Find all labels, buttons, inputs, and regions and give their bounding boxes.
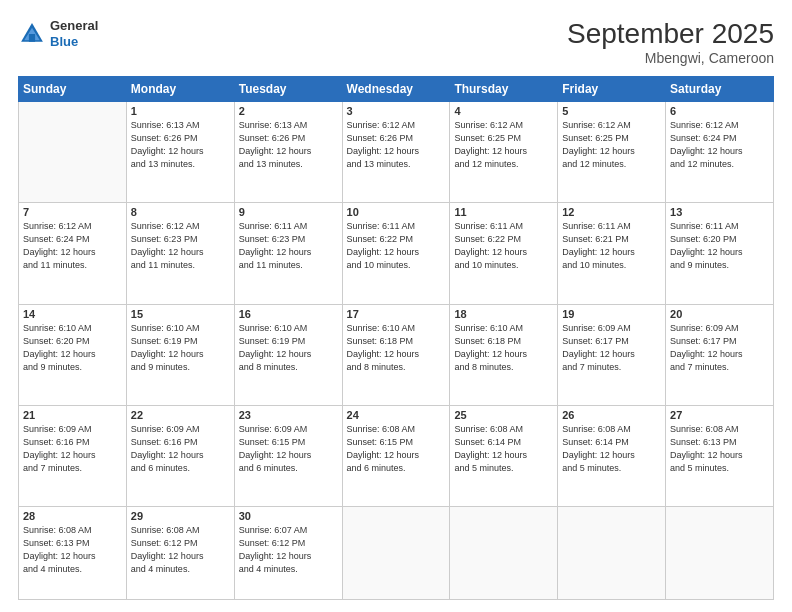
day-number: 15 [131,308,230,320]
calendar-cell: 11Sunrise: 6:11 AM Sunset: 6:22 PM Dayli… [450,203,558,304]
day-info: Sunrise: 6:10 AM Sunset: 6:19 PM Dayligh… [131,322,230,374]
calendar-cell: 10Sunrise: 6:11 AM Sunset: 6:22 PM Dayli… [342,203,450,304]
day-number: 23 [239,409,338,421]
calendar-cell: 16Sunrise: 6:10 AM Sunset: 6:19 PM Dayli… [234,304,342,405]
day-info: Sunrise: 6:13 AM Sunset: 6:26 PM Dayligh… [131,119,230,171]
calendar-cell: 30Sunrise: 6:07 AM Sunset: 6:12 PM Dayli… [234,507,342,600]
calendar-cell: 22Sunrise: 6:09 AM Sunset: 6:16 PM Dayli… [126,405,234,506]
day-number: 4 [454,105,553,117]
calendar-cell: 2Sunrise: 6:13 AM Sunset: 6:26 PM Daylig… [234,102,342,203]
day-info: Sunrise: 6:08 AM Sunset: 6:14 PM Dayligh… [454,423,553,475]
calendar-cell: 8Sunrise: 6:12 AM Sunset: 6:23 PM Daylig… [126,203,234,304]
day-number: 2 [239,105,338,117]
calendar-cell: 7Sunrise: 6:12 AM Sunset: 6:24 PM Daylig… [19,203,127,304]
calendar-day-header: Sunday [19,77,127,102]
day-number: 27 [670,409,769,421]
calendar-cell: 19Sunrise: 6:09 AM Sunset: 6:17 PM Dayli… [558,304,666,405]
day-number: 14 [23,308,122,320]
calendar-week-row: 7Sunrise: 6:12 AM Sunset: 6:24 PM Daylig… [19,203,774,304]
logo-icon [18,20,46,48]
day-info: Sunrise: 6:10 AM Sunset: 6:19 PM Dayligh… [239,322,338,374]
day-info: Sunrise: 6:09 AM Sunset: 6:17 PM Dayligh… [562,322,661,374]
calendar-cell: 21Sunrise: 6:09 AM Sunset: 6:16 PM Dayli… [19,405,127,506]
day-info: Sunrise: 6:10 AM Sunset: 6:20 PM Dayligh… [23,322,122,374]
calendar-cell: 29Sunrise: 6:08 AM Sunset: 6:12 PM Dayli… [126,507,234,600]
calendar-day-header: Wednesday [342,77,450,102]
day-info: Sunrise: 6:07 AM Sunset: 6:12 PM Dayligh… [239,524,338,576]
day-info: Sunrise: 6:08 AM Sunset: 6:14 PM Dayligh… [562,423,661,475]
day-info: Sunrise: 6:12 AM Sunset: 6:25 PM Dayligh… [562,119,661,171]
day-number: 26 [562,409,661,421]
calendar-week-row: 14Sunrise: 6:10 AM Sunset: 6:20 PM Dayli… [19,304,774,405]
day-info: Sunrise: 6:09 AM Sunset: 6:16 PM Dayligh… [131,423,230,475]
day-info: Sunrise: 6:12 AM Sunset: 6:24 PM Dayligh… [23,220,122,272]
day-info: Sunrise: 6:10 AM Sunset: 6:18 PM Dayligh… [454,322,553,374]
day-number: 21 [23,409,122,421]
calendar-cell [558,507,666,600]
calendar-cell: 17Sunrise: 6:10 AM Sunset: 6:18 PM Dayli… [342,304,450,405]
calendar-cell [342,507,450,600]
calendar-cell: 14Sunrise: 6:10 AM Sunset: 6:20 PM Dayli… [19,304,127,405]
calendar-week-row: 21Sunrise: 6:09 AM Sunset: 6:16 PM Dayli… [19,405,774,506]
calendar-day-header: Thursday [450,77,558,102]
calendar-day-header: Tuesday [234,77,342,102]
day-number: 13 [670,206,769,218]
day-number: 7 [23,206,122,218]
day-info: Sunrise: 6:08 AM Sunset: 6:13 PM Dayligh… [670,423,769,475]
calendar-cell: 28Sunrise: 6:08 AM Sunset: 6:13 PM Dayli… [19,507,127,600]
calendar-cell: 23Sunrise: 6:09 AM Sunset: 6:15 PM Dayli… [234,405,342,506]
calendar-table: SundayMondayTuesdayWednesdayThursdayFrid… [18,76,774,600]
page: General Blue September 2025 Mbengwi, Cam… [0,0,792,612]
calendar-cell: 1Sunrise: 6:13 AM Sunset: 6:26 PM Daylig… [126,102,234,203]
day-info: Sunrise: 6:08 AM Sunset: 6:12 PM Dayligh… [131,524,230,576]
calendar-week-row: 1Sunrise: 6:13 AM Sunset: 6:26 PM Daylig… [19,102,774,203]
month-title: September 2025 [567,18,774,50]
svg-rect-2 [29,34,35,42]
calendar-cell: 18Sunrise: 6:10 AM Sunset: 6:18 PM Dayli… [450,304,558,405]
day-info: Sunrise: 6:12 AM Sunset: 6:26 PM Dayligh… [347,119,446,171]
day-number: 29 [131,510,230,522]
day-number: 24 [347,409,446,421]
day-number: 20 [670,308,769,320]
day-number: 9 [239,206,338,218]
calendar-cell: 26Sunrise: 6:08 AM Sunset: 6:14 PM Dayli… [558,405,666,506]
calendar-cell [19,102,127,203]
day-number: 3 [347,105,446,117]
title-block: September 2025 Mbengwi, Cameroon [567,18,774,66]
calendar-week-row: 28Sunrise: 6:08 AM Sunset: 6:13 PM Dayli… [19,507,774,600]
day-number: 22 [131,409,230,421]
day-info: Sunrise: 6:12 AM Sunset: 6:24 PM Dayligh… [670,119,769,171]
day-info: Sunrise: 6:08 AM Sunset: 6:15 PM Dayligh… [347,423,446,475]
logo: General Blue [18,18,98,49]
day-info: Sunrise: 6:09 AM Sunset: 6:17 PM Dayligh… [670,322,769,374]
calendar-cell: 12Sunrise: 6:11 AM Sunset: 6:21 PM Dayli… [558,203,666,304]
day-info: Sunrise: 6:11 AM Sunset: 6:23 PM Dayligh… [239,220,338,272]
day-info: Sunrise: 6:08 AM Sunset: 6:13 PM Dayligh… [23,524,122,576]
location: Mbengwi, Cameroon [567,50,774,66]
calendar-day-header: Saturday [666,77,774,102]
day-info: Sunrise: 6:09 AM Sunset: 6:16 PM Dayligh… [23,423,122,475]
calendar-cell: 13Sunrise: 6:11 AM Sunset: 6:20 PM Dayli… [666,203,774,304]
day-number: 30 [239,510,338,522]
day-number: 16 [239,308,338,320]
calendar-cell: 6Sunrise: 6:12 AM Sunset: 6:24 PM Daylig… [666,102,774,203]
day-number: 11 [454,206,553,218]
day-info: Sunrise: 6:12 AM Sunset: 6:23 PM Dayligh… [131,220,230,272]
calendar-cell [666,507,774,600]
calendar-cell: 5Sunrise: 6:12 AM Sunset: 6:25 PM Daylig… [558,102,666,203]
day-number: 5 [562,105,661,117]
calendar-cell: 15Sunrise: 6:10 AM Sunset: 6:19 PM Dayli… [126,304,234,405]
calendar-cell: 3Sunrise: 6:12 AM Sunset: 6:26 PM Daylig… [342,102,450,203]
day-number: 6 [670,105,769,117]
day-info: Sunrise: 6:10 AM Sunset: 6:18 PM Dayligh… [347,322,446,374]
day-info: Sunrise: 6:11 AM Sunset: 6:22 PM Dayligh… [347,220,446,272]
calendar-cell: 27Sunrise: 6:08 AM Sunset: 6:13 PM Dayli… [666,405,774,506]
day-info: Sunrise: 6:13 AM Sunset: 6:26 PM Dayligh… [239,119,338,171]
calendar-cell: 25Sunrise: 6:08 AM Sunset: 6:14 PM Dayli… [450,405,558,506]
day-info: Sunrise: 6:09 AM Sunset: 6:15 PM Dayligh… [239,423,338,475]
calendar-header-row: SundayMondayTuesdayWednesdayThursdayFrid… [19,77,774,102]
day-number: 28 [23,510,122,522]
day-number: 19 [562,308,661,320]
calendar-cell: 20Sunrise: 6:09 AM Sunset: 6:17 PM Dayli… [666,304,774,405]
logo-blue: Blue [50,34,98,50]
